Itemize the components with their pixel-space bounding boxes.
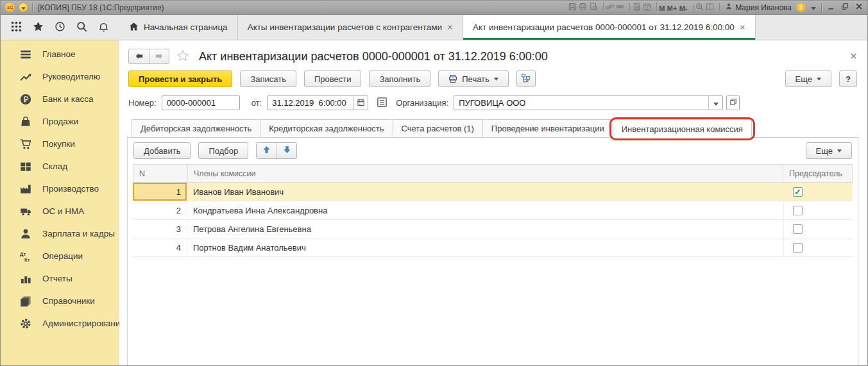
- back-button[interactable]: [129, 49, 149, 63]
- chairman-checkbox[interactable]: [793, 224, 803, 234]
- organization-dropdown-button[interactable]: [708, 96, 722, 110]
- window-tab[interactable]: Акты инвентаризации расчетов с контраген…: [238, 15, 463, 40]
- sidebar-item[interactable]: Руководителю: [1, 65, 119, 88]
- document-tab[interactable]: Счета расчетов (1): [393, 119, 483, 137]
- favorite-star-button[interactable]: [176, 49, 189, 64]
- go-link[interactable]: [616, 3, 630, 11]
- user-icon: [725, 3, 733, 12]
- window-tabs: Начальная страница Акты инвентаризации р…: [119, 15, 756, 40]
- star-outline-icon: [176, 49, 189, 64]
- toolbar-button[interactable]: Провести: [304, 71, 362, 87]
- document-tab[interactable]: Проведение инвентаризации: [482, 119, 613, 137]
- document-toolbar: Провести и закрыть ЗаписатьПровестиЗапол…: [119, 67, 867, 92]
- sidebar-item-label: ОС и НМА: [42, 206, 84, 216]
- table-row[interactable]: 1 Иванов Иван Иванович: [133, 183, 853, 201]
- tab-close-icon[interactable]: [447, 22, 453, 32]
- memory-m-plus[interactable]: M+: [667, 4, 677, 12]
- document-tab[interactable]: Дебиторская задолженность: [132, 119, 260, 137]
- document-form: Акт инвентаризации расчетов 0000-000001 …: [119, 40, 867, 366]
- close-button[interactable]: [855, 3, 863, 12]
- sidebar-item[interactable]: Справочники: [1, 290, 119, 312]
- tab-close-icon[interactable]: [740, 22, 745, 32]
- window-tab[interactable]: Начальная страница: [119, 15, 238, 40]
- split-view[interactable]: [706, 3, 720, 11]
- sidebar-item-label: Банк и касса: [42, 94, 94, 104]
- sidebar-item[interactable]: Зарплата и кадры: [1, 222, 119, 245]
- structure-button[interactable]: [516, 71, 536, 87]
- row-number-cell: 4: [133, 238, 187, 256]
- sidebar-item-label: Покупки: [42, 139, 75, 149]
- row-number-cell: 1: [133, 183, 187, 201]
- pick-button[interactable]: Подбор: [198, 142, 248, 159]
- forward-button[interactable]: [149, 49, 169, 63]
- chairman-checkbox[interactable]: [793, 206, 803, 215]
- print-button[interactable]: Печать: [438, 71, 509, 87]
- toolbar-button[interactable]: Заполнить: [369, 71, 430, 87]
- organization-label: Организация:: [396, 98, 448, 108]
- user-menu-chevron[interactable]: [811, 3, 816, 12]
- table-row[interactable]: 4 Портнов Вадим Анатольевич: [133, 238, 853, 257]
- search[interactable]: [76, 21, 87, 34]
- save[interactable]: [568, 3, 577, 11]
- number-field[interactable]: 0000-000001: [162, 96, 240, 110]
- warehouse-icon: [20, 161, 31, 172]
- service-menu[interactable]: [11, 21, 22, 34]
- sidebar-item[interactable]: ОС и НМА: [1, 200, 119, 222]
- toolbar-button[interactable]: Записать: [240, 71, 296, 87]
- get-link[interactable]: [606, 3, 614, 11]
- zoom-in[interactable]: [695, 3, 704, 11]
- sidebar-item[interactable]: Продажи: [1, 110, 119, 133]
- print[interactable]: [579, 3, 587, 11]
- move-down-button[interactable]: [277, 143, 296, 158]
- calculator[interactable]: [633, 3, 641, 11]
- organization-field[interactable]: ПУГОВИЦА ООО: [454, 96, 723, 110]
- add-button[interactable]: Добавить: [133, 142, 191, 159]
- zoom-in-icon: [695, 3, 704, 11]
- favorites[interactable]: [33, 21, 44, 34]
- table-row[interactable]: 3 Петрова Ангелина Евгеньевна: [133, 220, 853, 238]
- window-tab[interactable]: Акт инвентаризации расчетов 0000-000001 …: [463, 15, 756, 40]
- current-user[interactable]: Мария Иванова: [725, 3, 792, 12]
- minimize-button[interactable]: [827, 3, 835, 12]
- titlebar: 1С [КОПИЯ] ПБУ 18 (1С:Предприятие): [1, 1, 867, 15]
- post-and-close-button[interactable]: Провести и закрыть: [128, 71, 232, 87]
- calendar[interactable]: 31: [643, 3, 657, 11]
- help-button[interactable]: ?: [839, 71, 857, 87]
- sidebar-item[interactable]: Покупки: [1, 133, 119, 155]
- sidebar-item[interactable]: Склад: [1, 155, 119, 178]
- calendar-picker-button[interactable]: [353, 96, 368, 110]
- document-list-button[interactable]: [377, 97, 387, 110]
- move-up-button[interactable]: [257, 143, 277, 158]
- sidebar-item-label: Операции: [42, 251, 83, 261]
- memory-m[interactable]: M: [659, 4, 665, 12]
- sidebar-item[interactable]: Администрирование: [1, 312, 119, 335]
- chevron-down-icon: [494, 78, 498, 81]
- window-controls: [827, 3, 863, 12]
- document-tab[interactable]: Инвентаризационная комиссия: [613, 119, 752, 138]
- info-button[interactable]: i: [797, 3, 806, 12]
- sidebar-item[interactable]: ДтКт Операции: [1, 245, 119, 267]
- nav-row: Акт инвентаризации расчетов 0000-000001 …: [119, 40, 867, 67]
- chairman-checkbox[interactable]: [793, 243, 803, 253]
- date-field[interactable]: 31.12.2019 6:00:00: [267, 96, 368, 110]
- memory-m-minus[interactable]: M-: [679, 4, 694, 12]
- chairman-checkbox[interactable]: [793, 187, 803, 197]
- more-button[interactable]: Еще: [785, 71, 831, 87]
- table-more-button[interactable]: Еще: [806, 142, 852, 159]
- history[interactable]: [55, 21, 65, 34]
- form-close-button[interactable]: [850, 52, 857, 62]
- main-menu-button[interactable]: [19, 3, 28, 12]
- sidebar-item[interactable]: Производство: [1, 178, 119, 200]
- tab-label: Акты инвентаризации расчетов с контраген…: [248, 22, 442, 32]
- table-row[interactable]: 2 Кондратьева Инна Александровна: [133, 201, 853, 220]
- sidebar-item[interactable]: Банк и касса: [1, 88, 119, 110]
- sidebar-item[interactable]: Отчеты: [1, 267, 119, 290]
- sidebar-item[interactable]: Главное: [1, 43, 119, 65]
- svg-text:Кт: Кт: [24, 256, 30, 262]
- number-label: Номер:: [128, 98, 157, 108]
- open-organization-button[interactable]: [726, 96, 740, 110]
- restore-button[interactable]: [841, 3, 849, 12]
- document-tab[interactable]: Кредиторская задолженность: [260, 119, 393, 137]
- notifications[interactable]: [98, 21, 109, 34]
- print-preview[interactable]: [590, 3, 604, 11]
